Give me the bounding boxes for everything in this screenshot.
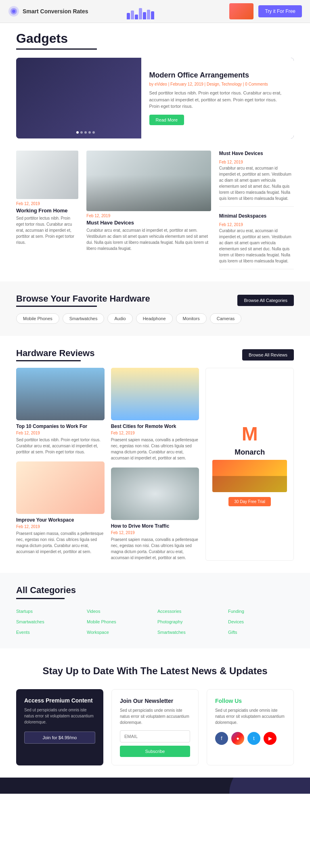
review-card-traffic: How to Drive More Traffic Feb 12, 2019 P…	[111, 468, 199, 561]
dot-4[interactable]	[88, 131, 91, 134]
youtube-icon[interactable]: ▶	[264, 732, 276, 745]
sidebar-title-1[interactable]: Must Have Devices	[219, 151, 294, 156]
review-image-city	[111, 368, 199, 420]
blog-card-must-have: Feb 12, 2019 Must Have Devices Curabitur…	[86, 151, 211, 269]
cat-photography[interactable]: Photography	[157, 618, 223, 626]
tab-audio[interactable]: Audio	[107, 313, 132, 324]
blog-sidebar: Must Have Devices Feb 12, 2019 Curabitur…	[219, 151, 294, 269]
tab-monitors[interactable]: Monitors	[176, 313, 207, 324]
tab-cameras[interactable]: Cameras	[210, 313, 242, 324]
cat-smartwatches-2[interactable]: Smartwatches	[157, 628, 223, 636]
hero-meta: by eVideo | February 12, 2019 | Design, …	[149, 82, 286, 86]
page-title-section: Gadgets	[0, 23, 310, 54]
site-header: Smart Conversion Rates Try it For Free	[0, 0, 310, 23]
review-image-building	[16, 368, 105, 420]
reviews-underline	[16, 360, 81, 361]
blog-card-working-home: Feb 12, 2019 Working From Home Sed portt…	[16, 151, 78, 269]
premium-title: Access Premium Content	[24, 697, 95, 704]
review-title-workspace[interactable]: Improve Your Workspace	[16, 517, 105, 523]
monarch-ad: M Monarch 30 Day Free Trial	[205, 368, 294, 561]
cat-mobile-phones[interactable]: Mobile Phones	[87, 618, 153, 626]
join-premium-button[interactable]: Join for $4.99/mo	[24, 732, 95, 744]
blog-title-2[interactable]: Must Have Devices	[86, 220, 211, 226]
page-title: Gadgets	[16, 31, 294, 46]
review-date-cities: Feb 12, 2019	[111, 431, 199, 435]
cat-devices[interactable]: Devices	[228, 618, 294, 626]
sidebar-text-2: Curabitur arcu erat, accumsan id imperdi…	[219, 228, 294, 264]
sidebar-item-1: Must Have Devices Feb 12, 2019 Curabitur…	[219, 151, 294, 207]
browse-title: Browse Your Favorite Hardware	[16, 294, 150, 304]
sidebar-item-2: Minimal Deskspaces Feb 12, 2019 Curabitu…	[219, 213, 294, 269]
category-tabs: Mobile Phones Smartwatches Audio Headpho…	[16, 313, 294, 324]
cat-funding[interactable]: Funding	[228, 607, 294, 615]
dot-1[interactable]	[76, 131, 79, 134]
review-title-cities[interactable]: Best Cities for Remote Work	[111, 424, 199, 429]
review-title-companies[interactable]: Top 10 Companies to Work For	[16, 424, 105, 429]
try-button[interactable]: Try it For Free	[258, 5, 302, 17]
header-decoration	[229, 3, 253, 19]
svg-point-2	[12, 10, 15, 13]
categories-underline	[16, 598, 65, 599]
follow-text: Sed ut perspiciatis unde omnis iste natu…	[215, 707, 285, 725]
email-input[interactable]	[120, 730, 190, 742]
tab-headphone[interactable]: Headphone	[136, 313, 173, 324]
logo-icon	[8, 6, 19, 17]
categories-grid: Startups Videos Accessories Funding Smar…	[16, 607, 294, 636]
review-title-traffic[interactable]: How to Drive More Traffic	[111, 523, 199, 529]
browse-all-button[interactable]: Browse All Categories	[237, 295, 294, 306]
header-right: Try it For Free	[229, 3, 302, 19]
social-icons: f ● t ▶	[215, 732, 285, 745]
cta-cards: Access Premium Content Sed ut perspiciat…	[16, 689, 294, 765]
cat-events[interactable]: Events	[16, 628, 82, 636]
cat-smartwatches[interactable]: Smartwatches	[16, 618, 82, 626]
blog-title-1[interactable]: Working From Home	[16, 208, 78, 214]
blog-date-2: Feb 12, 2019	[86, 214, 211, 218]
read-more-button[interactable]: Read More	[149, 115, 184, 125]
footer-decoration	[0, 778, 310, 794]
review-excerpt-companies: Sed porttitor lectus nibh. Proin eget to…	[16, 437, 105, 455]
bar-3	[135, 15, 138, 19]
review-card-workspace: Improve Your Workspace Feb 12, 2019 Prae…	[16, 461, 105, 555]
blog-section: Feb 12, 2019 Working From Home Sed portt…	[0, 143, 310, 277]
cat-workspace[interactable]: Workspace	[87, 628, 153, 636]
newsletter-text: Sed ut perspiciatis unde omnis iste natu…	[120, 707, 190, 725]
trial-button[interactable]: 30 Day Free Trial	[228, 497, 271, 506]
slider-dots	[76, 131, 95, 134]
sidebar-title-2[interactable]: Minimal Deskspaces	[219, 213, 294, 219]
tab-smartwatches[interactable]: Smartwatches	[63, 313, 105, 324]
bar-7	[151, 11, 154, 19]
instagram-icon[interactable]: ●	[231, 732, 244, 745]
bar-2	[131, 10, 134, 19]
dot-2[interactable]	[80, 131, 83, 134]
tab-mobile-phones[interactable]: Mobile Phones	[16, 313, 59, 324]
reviews-col-1: Top 10 Companies to Work For Feb 12, 201…	[16, 368, 105, 561]
facebook-icon[interactable]: f	[215, 732, 228, 745]
subscribe-button[interactable]: Subscribe	[120, 746, 190, 757]
review-date-companies: Feb 12, 2019	[16, 431, 105, 435]
dot-5[interactable]	[92, 131, 95, 134]
hero-title: Modern Office Arrangements	[149, 71, 286, 80]
follow-title: Follow Us	[215, 698, 285, 704]
cta-section: Stay Up to Date With The Latest News & U…	[0, 648, 310, 778]
reviews-grid: Top 10 Companies to Work For Feb 12, 201…	[16, 368, 294, 561]
sidebar-text-1: Curabitur arcu erat, accumsan id imperdi…	[219, 165, 294, 201]
browse-title-wrapper: Browse Your Favorite Hardware	[16, 294, 150, 307]
browse-section: Browse Your Favorite Hardware Browse All…	[0, 281, 310, 336]
monarch-logo: M	[242, 423, 258, 445]
hero-slider: Modern Office Arrangements by eVideo | F…	[16, 58, 294, 138]
browse-header: Browse Your Favorite Hardware Browse All…	[16, 294, 294, 307]
cat-gifts[interactable]: Gifts	[228, 628, 294, 636]
sidebar-date-2: Feb 12, 2019	[219, 222, 243, 227]
cat-accessories[interactable]: Accessories	[157, 607, 223, 615]
follow-card: Follow Us Sed ut perspiciatis unde omnis…	[207, 689, 294, 765]
monarch-name: Monarch	[235, 448, 265, 457]
cat-startups[interactable]: Startups	[16, 607, 82, 615]
dot-3[interactable]	[84, 131, 87, 134]
twitter-icon[interactable]: t	[247, 732, 260, 745]
browse-reviews-button[interactable]: Browse All Reviews	[242, 349, 294, 361]
blog-date-1: Feb 12, 2019	[16, 201, 78, 206]
reviews-header: Hardware Reviews Browse All Reviews	[16, 348, 294, 361]
newsletter-title: Join Our Newsletter	[120, 698, 190, 704]
cat-videos[interactable]: Videos	[87, 607, 153, 615]
review-date-traffic: Feb 12, 2019	[111, 530, 199, 535]
